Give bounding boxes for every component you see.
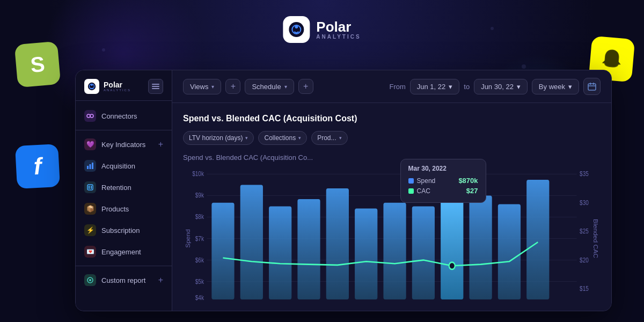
deco-dot-2 (491, 27, 494, 30)
sidebar-item-acquisition[interactable]: Acquisition (76, 155, 172, 177)
ltv-filter-label: LTV horizon (days) (189, 134, 243, 142)
to-date-picker[interactable]: Jun 30, 22 ▾ (474, 79, 528, 94)
sidebar-item-engagement[interactable]: 💌 Engagement (76, 241, 172, 262)
svg-rect-55 (526, 180, 549, 299)
svg-rect-46 (269, 206, 291, 299)
schedule-button[interactable]: Schedule ▾ (245, 79, 294, 94)
tooltip-spend-label: Spend (408, 177, 436, 185)
views-add-icon: + (231, 82, 236, 91)
svg-text:Spend: Spend (185, 229, 191, 248)
top-logo: Polar ANALYTICS (283, 16, 361, 43)
svg-rect-13 (90, 164, 91, 169)
svg-text:$20: $20 (580, 257, 589, 264)
svg-text:$30: $30 (580, 199, 589, 206)
schedule-label: Schedule (252, 83, 281, 91)
from-date-value: Jun 1, 22 (417, 83, 446, 91)
svg-point-0 (289, 22, 304, 37)
acquisition-icon (84, 160, 96, 172)
svg-text:$15: $15 (580, 285, 589, 292)
svg-rect-16 (89, 186, 90, 189)
sidebar-item-key-indicators[interactable]: 💜 Key Indicators + (76, 134, 172, 155)
svg-text:$8k: $8k (195, 214, 204, 221)
by-week-picker[interactable]: By week ▾ (532, 79, 579, 94)
svg-text:$10k: $10k (192, 170, 204, 177)
top-logo-text: Polar ANALYTICS (316, 20, 361, 40)
custom-report-label: Custom report (101, 276, 145, 284)
spend-value: $870k (458, 177, 478, 185)
sidebar-brand-name: Polar (104, 81, 131, 89)
products-icon-emoji: 📦 (86, 205, 94, 213)
dashboard-card: Polar ANALYTICS (75, 70, 612, 311)
prod-filter-pill[interactable]: Prod... ▾ (311, 131, 347, 145)
retention-icon-svg (86, 184, 94, 191)
sidebar-logo-icon (84, 79, 99, 94)
polar-logo-svg (288, 21, 305, 38)
retention-label: Retention (101, 184, 131, 192)
svg-point-9 (87, 114, 90, 118)
sidebar-item-retention[interactable]: Retention (76, 177, 172, 198)
views-button[interactable]: Views ▾ (183, 79, 221, 94)
sidebar-item-products[interactable]: 📦 Products (76, 198, 172, 219)
chart-title: Spend vs. Blended CAC (Acquisition Cost) (183, 114, 601, 123)
engagement-label: Engagement (101, 248, 141, 256)
connectors-icon-svg (86, 112, 94, 120)
schedule-add-icon: + (303, 82, 308, 91)
svg-text:$7k: $7k (195, 235, 204, 242)
nav-divider-1 (76, 130, 172, 130)
hamburger-icon (152, 84, 159, 89)
collections-filter-pill[interactable]: Collections ▾ (258, 131, 307, 145)
heart-icon: 💜 (86, 141, 94, 148)
by-week-arrow: ▾ (568, 83, 572, 91)
collections-filter-arrow: ▾ (298, 135, 301, 141)
to-label: to (464, 83, 470, 91)
from-date-arrow: ▾ (449, 83, 452, 91)
custom-report-add[interactable]: + (158, 275, 163, 285)
views-add-button[interactable]: + (225, 79, 240, 94)
svg-rect-8 (152, 88, 159, 89)
svg-rect-54 (498, 204, 521, 299)
tooltip-date: Mar 30, 2022 (408, 165, 478, 172)
svg-rect-6 (152, 84, 159, 85)
svg-point-10 (90, 114, 93, 118)
main-content: Views ▾ + Schedule ▾ + From Jun 1, 22 ▾ … (172, 70, 611, 311)
facebook-letter: f (33, 153, 42, 180)
chart-subtitle: Spend vs. Blended CAC (Acquisition Co... (183, 153, 601, 162)
tooltip-spend-row: Spend $870k (408, 177, 478, 185)
spend-dot (408, 178, 414, 184)
sidebar-item-subscription[interactable]: ⚡ Subscription (76, 219, 172, 241)
products-label: Products (101, 205, 129, 213)
collections-filter-label: Collections (264, 134, 296, 142)
sidebar-brand-sub: ANALYTICS (104, 89, 131, 92)
svg-rect-52 (441, 197, 463, 299)
ltv-filter-pill[interactable]: LTV horizon (days) ▾ (183, 131, 254, 145)
subscription-label: Subscription (101, 226, 140, 235)
nav-divider-2 (76, 266, 172, 266)
schedule-add-button[interactable]: + (298, 79, 313, 94)
calendar-button[interactable] (583, 78, 601, 95)
svg-text:Blended CAC: Blended CAC (592, 219, 598, 258)
key-indicators-label: Key Indicators (101, 141, 145, 149)
svg-rect-7 (152, 86, 159, 87)
sidebar-polar-svg (87, 82, 97, 91)
prod-filter-arrow: ▾ (339, 135, 342, 141)
svg-text:$35: $35 (580, 170, 589, 177)
chart-svg: $10k $9k $8k $7k $6k $5k $4k $35 $30 $25… (183, 167, 601, 310)
svg-rect-51 (412, 206, 435, 299)
sidebar-menu-button[interactable] (148, 79, 163, 94)
chart-area: Spend vs. Blended CAC (Acquisition Cost)… (172, 103, 611, 311)
svg-text:$5k: $5k (195, 278, 204, 285)
svg-rect-49 (355, 208, 377, 299)
spend-label-text: Spend (417, 177, 436, 185)
prod-filter-label: Prod... (317, 134, 336, 142)
acquisition-label: Acquisition (101, 162, 135, 170)
sidebar-item-connectors[interactable]: Connectors (76, 105, 172, 127)
svg-text:$25: $25 (580, 228, 589, 235)
ltv-filter-arrow: ▾ (245, 135, 248, 141)
svg-text:$4k: $4k (195, 294, 204, 301)
sidebar-item-custom-report[interactable]: Custom report + (76, 269, 172, 291)
filter-pills: LTV horizon (days) ▾ Collections ▾ Prod.… (183, 131, 601, 145)
schedule-arrow: ▾ (284, 84, 287, 90)
from-date-picker[interactable]: Jun 1, 22 ▾ (410, 79, 460, 94)
svg-rect-44 (211, 203, 234, 299)
key-indicators-add[interactable]: + (158, 140, 163, 149)
